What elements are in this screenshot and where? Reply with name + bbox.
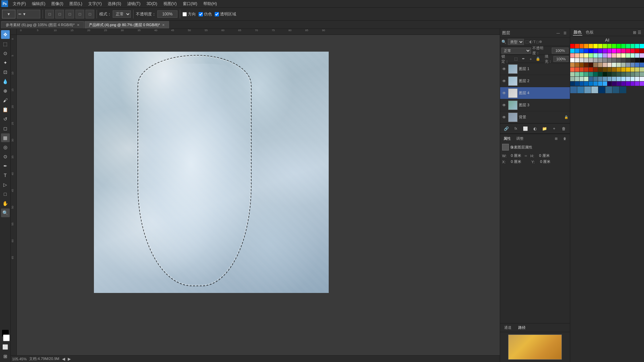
menu-image[interactable]: 图像(I) xyxy=(49,0,66,7)
swatch[interactable] xyxy=(603,77,607,81)
layer-group[interactable]: 📁 xyxy=(541,125,548,132)
menu-help[interactable]: 帮助(H) xyxy=(201,0,220,7)
swatch[interactable] xyxy=(635,81,639,86)
swatch[interactable] xyxy=(616,58,621,62)
tb-btn4[interactable]: □ xyxy=(75,10,84,18)
swatch[interactable] xyxy=(612,53,616,58)
swatch[interactable] xyxy=(635,49,639,53)
swatch[interactable] xyxy=(620,86,626,93)
swatch[interactable] xyxy=(607,72,612,76)
transparent-check[interactable] xyxy=(215,12,219,16)
layer-2-eye[interactable]: 👁 xyxy=(501,78,507,84)
swatch[interactable] xyxy=(640,63,644,67)
swatch[interactable] xyxy=(621,81,626,86)
swatch[interactable] xyxy=(631,63,635,67)
swatch[interactable] xyxy=(589,49,593,53)
swatch[interactable] xyxy=(626,72,630,76)
swatch[interactable] xyxy=(577,86,584,93)
direction-check[interactable] xyxy=(182,12,187,16)
swatch[interactable] xyxy=(584,77,588,81)
layers-collapse[interactable]: — xyxy=(555,30,561,36)
swatch[interactable] xyxy=(603,49,607,53)
swatch[interactable] xyxy=(575,44,579,48)
swatch[interactable] xyxy=(584,49,588,53)
tab-product-close[interactable]: ✕ xyxy=(162,23,165,27)
swatch[interactable] xyxy=(621,53,626,58)
swatch[interactable] xyxy=(612,58,616,62)
layer-item-3[interactable]: 👁 图层 3 xyxy=(500,99,570,111)
tool-text[interactable]: T xyxy=(1,171,10,180)
swatch[interactable] xyxy=(621,72,626,76)
swatch[interactable] xyxy=(626,77,630,81)
properties-delete[interactable]: 🗑 xyxy=(562,136,568,142)
mode-select[interactable]: 正常 xyxy=(113,10,131,18)
swatch[interactable] xyxy=(584,44,588,48)
scroll-right[interactable]: ▶ xyxy=(68,357,71,361)
swatch[interactable] xyxy=(575,49,579,53)
swatch[interactable] xyxy=(612,63,616,67)
transparent-checkbox[interactable]: 透明区域 xyxy=(215,11,236,17)
menu-file[interactable]: 文件(F) xyxy=(10,0,29,7)
prop-tab-adjustments[interactable]: 调整 xyxy=(515,135,525,142)
menu-text[interactable]: 文字(Y) xyxy=(86,0,104,7)
swatch[interactable] xyxy=(570,63,575,67)
tab-ref[interactable]: 参考素材 (6).jpg @ 105% (图层 4 RGB/8)* ✕ xyxy=(1,21,84,28)
swatch[interactable] xyxy=(584,67,588,72)
swatch[interactable] xyxy=(640,77,644,81)
menu-3d[interactable]: 3D(D) xyxy=(144,1,160,7)
scroll-left[interactable]: ◀ xyxy=(62,357,65,361)
menu-window[interactable]: 窗口(W) xyxy=(180,0,200,7)
tool-screen-mode[interactable]: ⊞ xyxy=(1,352,10,361)
layer-item-4[interactable]: 👁 图层 4 xyxy=(500,87,570,99)
swatch[interactable] xyxy=(635,77,639,81)
swatch[interactable] xyxy=(570,58,575,62)
swatch[interactable] xyxy=(626,53,630,58)
swatch[interactable] xyxy=(584,81,588,86)
tool-selection[interactable]: ⬚ xyxy=(1,40,10,48)
swatch[interactable] xyxy=(584,86,591,93)
lock-pixel[interactable]: ⬚ xyxy=(513,56,519,62)
swatch[interactable] xyxy=(589,63,593,67)
swatch[interactable] xyxy=(598,58,602,62)
swatch[interactable] xyxy=(621,44,626,48)
tool-shape[interactable]: □ xyxy=(1,190,10,198)
filter-shape-icon[interactable]: □ xyxy=(536,40,539,44)
swatch[interactable] xyxy=(612,86,619,93)
properties-expand[interactable]: ⊞ xyxy=(553,136,559,142)
swatch[interactable] xyxy=(612,49,616,53)
swatch[interactable] xyxy=(603,53,607,58)
tab-ref-close[interactable]: ✕ xyxy=(77,23,79,27)
layer-3-eye[interactable]: 👁 xyxy=(501,103,507,108)
filter-type-icon[interactable]: T xyxy=(533,40,536,44)
tool-eraser[interactable]: ◻ xyxy=(1,124,10,133)
swatch[interactable] xyxy=(621,63,626,67)
tool-brush[interactable]: 🖌 xyxy=(1,96,10,105)
swatch[interactable] xyxy=(607,81,612,86)
swatch[interactable] xyxy=(607,44,612,48)
swatch[interactable] xyxy=(603,67,607,72)
swatch[interactable] xyxy=(589,81,593,86)
swatch[interactable] xyxy=(603,44,607,48)
swatch[interactable] xyxy=(626,58,630,62)
swatch[interactable] xyxy=(598,44,602,48)
tool-dodge[interactable]: ⊙ xyxy=(1,152,10,161)
direction-checkbox[interactable]: 方向 xyxy=(182,11,196,17)
swatch[interactable] xyxy=(575,72,579,76)
swatch[interactable] xyxy=(580,72,584,76)
swatch[interactable] xyxy=(607,53,612,58)
swatch[interactable] xyxy=(635,67,639,72)
swatch[interactable] xyxy=(640,58,644,62)
tool-gradient[interactable]: ▦ xyxy=(1,133,10,142)
layer-item-2[interactable]: 👁 图层 2 xyxy=(500,75,570,87)
tab-color[interactable]: 颜色 xyxy=(573,29,582,36)
tb-btn2[interactable]: □ xyxy=(55,10,64,18)
layer-4-eye[interactable]: 👁 xyxy=(501,90,507,96)
swatch[interactable] xyxy=(612,81,616,86)
menu-filter[interactable]: 滤镜(T) xyxy=(124,0,143,7)
menu-select[interactable]: 选择(S) xyxy=(105,0,124,7)
prop-tab-properties[interactable]: 属性 xyxy=(502,135,512,142)
color-check[interactable] xyxy=(199,12,203,16)
swatch[interactable] xyxy=(621,58,626,62)
layer-mask[interactable]: ⬜ xyxy=(522,125,529,132)
swatch[interactable] xyxy=(631,53,635,58)
